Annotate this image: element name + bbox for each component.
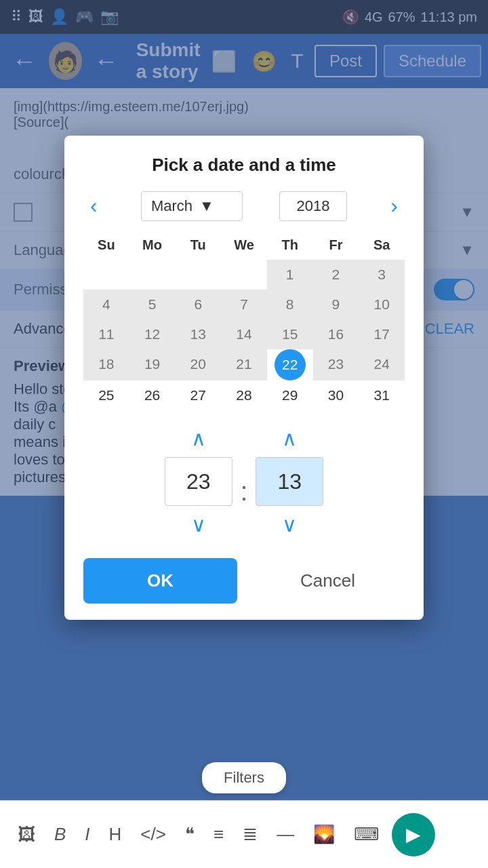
- calendar-week-5: 25 26 27 28 29 30 31: [83, 380, 405, 410]
- weekday-fr: Fr: [313, 233, 359, 257]
- minute-input[interactable]: [256, 457, 323, 506]
- day-27[interactable]: 27: [175, 380, 221, 410]
- day-28[interactable]: 28: [221, 380, 267, 410]
- day-9[interactable]: 9: [313, 290, 359, 319]
- day-1[interactable]: 1: [267, 260, 313, 290]
- hour-down-button[interactable]: ∨: [186, 510, 211, 539]
- day-14[interactable]: 14: [221, 319, 267, 349]
- day-26[interactable]: 26: [129, 380, 176, 410]
- italic-icon[interactable]: I: [78, 818, 96, 850]
- bottom-bar: 🖼 B I H </> ❝ ≡ ≣ — 🌄 ⌨ ▶: [0, 800, 488, 868]
- weekday-sa: Sa: [359, 233, 405, 257]
- modal-buttons: OK Cancel: [83, 558, 405, 604]
- weekday-tu: Tu: [175, 233, 221, 257]
- calendar-week-2: 4 5 6 7 8 9 10: [83, 290, 405, 319]
- day-4[interactable]: 4: [83, 290, 129, 319]
- list-ul-icon[interactable]: ≡: [207, 818, 230, 850]
- date-picker-modal: Pick a date and a time ‹ March ▼ 2018 › …: [64, 136, 424, 620]
- day-empty-1: [83, 260, 129, 290]
- day-20[interactable]: 20: [175, 349, 221, 380]
- day-13[interactable]: 13: [175, 319, 221, 349]
- day-6[interactable]: 6: [175, 290, 221, 319]
- day-19[interactable]: 19: [129, 349, 176, 380]
- image-insert-icon[interactable]: 🌄: [306, 818, 342, 850]
- day-17[interactable]: 17: [359, 319, 405, 349]
- calendar-week-4: 18 19 20 21 22 23 24: [83, 349, 405, 380]
- keyboard-icon[interactable]: ⌨: [347, 818, 386, 850]
- month-label: March: [151, 197, 192, 215]
- time-separator: :: [232, 477, 256, 507]
- day-25[interactable]: 25: [83, 380, 129, 410]
- time-picker: ∧ ∨ : ∧ ∨: [83, 424, 405, 539]
- cancel-button[interactable]: Cancel: [251, 558, 405, 604]
- minute-col: ∧ ∨: [256, 424, 323, 539]
- day-5[interactable]: 5: [129, 290, 176, 319]
- day-empty-4: [221, 260, 267, 290]
- day-8[interactable]: 8: [267, 290, 313, 319]
- hour-up-button[interactable]: ∧: [186, 424, 211, 453]
- filters-button[interactable]: Filters: [202, 762, 286, 793]
- bold-icon[interactable]: B: [47, 818, 73, 850]
- heading-icon[interactable]: H: [102, 818, 129, 850]
- quote-icon[interactable]: ❝: [178, 818, 201, 850]
- month-year-row: ‹ March ▼ 2018 ›: [83, 191, 405, 221]
- day-21[interactable]: 21: [221, 349, 267, 380]
- day-16[interactable]: 16: [313, 319, 359, 349]
- day-11[interactable]: 11: [83, 319, 129, 349]
- day-30[interactable]: 30: [313, 380, 359, 410]
- year-display[interactable]: 2018: [279, 191, 347, 221]
- modal-title: Pick a date and a time: [83, 155, 405, 176]
- day-31[interactable]: 31: [359, 380, 405, 410]
- day-empty-2: [129, 260, 176, 290]
- day-15[interactable]: 15: [267, 319, 313, 349]
- calendar-week-1: 1 2 3: [83, 260, 405, 290]
- next-month-button[interactable]: ›: [384, 191, 405, 221]
- day-29[interactable]: 29: [267, 380, 313, 410]
- day-23[interactable]: 23: [313, 349, 359, 380]
- list-ol-icon[interactable]: ≣: [236, 818, 264, 850]
- weekday-mo: Mo: [129, 233, 176, 257]
- code-icon[interactable]: </>: [134, 818, 173, 850]
- modal-overlay: Pick a date and a time ‹ March ▼ 2018 › …: [0, 0, 488, 868]
- day-empty-3: [175, 260, 221, 290]
- day-12[interactable]: 12: [129, 319, 176, 349]
- day-7[interactable]: 7: [221, 290, 267, 319]
- weekday-we: We: [221, 233, 267, 257]
- hour-col: ∧ ∨: [165, 424, 232, 539]
- calendar-grid: Su Mo Tu We Th Fr Sa 1 2 3 4 5: [83, 233, 405, 410]
- prev-month-button[interactable]: ‹: [83, 191, 104, 221]
- day-18[interactable]: 18: [83, 349, 129, 380]
- send-button[interactable]: ▶: [392, 813, 435, 856]
- day-3[interactable]: 3: [359, 260, 405, 290]
- minute-up-button[interactable]: ∧: [277, 424, 302, 453]
- month-dropdown[interactable]: March ▼: [141, 191, 243, 221]
- minute-down-button[interactable]: ∨: [277, 510, 302, 539]
- calendar-header: Su Mo Tu We Th Fr Sa: [83, 233, 405, 257]
- weekday-su: Su: [83, 233, 129, 257]
- day-10[interactable]: 10: [359, 290, 405, 319]
- add-image-icon[interactable]: 🖼: [11, 818, 42, 850]
- hr-icon[interactable]: —: [270, 818, 301, 850]
- calendar-week-3: 11 12 13 14 15 16 17: [83, 319, 405, 349]
- day-2[interactable]: 2: [313, 260, 359, 290]
- filters-bar: Filters: [202, 762, 286, 793]
- hour-input[interactable]: [165, 457, 232, 506]
- day-24[interactable]: 24: [359, 349, 405, 380]
- dropdown-chevron-icon: ▼: [199, 197, 214, 215]
- ok-button[interactable]: OK: [83, 558, 237, 604]
- weekday-th: Th: [267, 233, 313, 257]
- day-22-selected[interactable]: 22: [274, 349, 306, 380]
